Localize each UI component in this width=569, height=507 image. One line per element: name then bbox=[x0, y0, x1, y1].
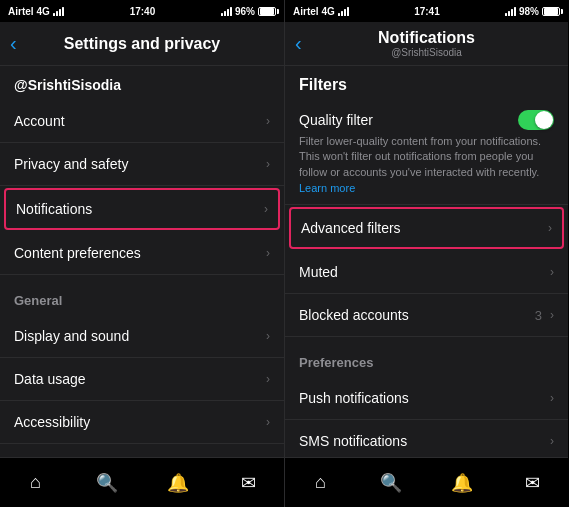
filters-title: Filters bbox=[299, 76, 347, 93]
status-left: Airtel 4G bbox=[8, 6, 64, 17]
battery-fill-right bbox=[544, 8, 558, 15]
tab-search-left[interactable]: 🔍 bbox=[95, 471, 119, 495]
menu-item-data[interactable]: Data usage › bbox=[0, 358, 284, 401]
menu-item-accessibility[interactable]: Accessibility › bbox=[0, 401, 284, 444]
time-left: 17:40 bbox=[130, 6, 156, 17]
preferences-title: Preferences bbox=[299, 355, 373, 370]
signal-bars-left bbox=[53, 7, 64, 16]
quality-filter-description: Filter lower-quality content from your n… bbox=[299, 134, 554, 180]
status-left-right: Airtel 4G bbox=[293, 6, 349, 17]
menu-item-muted[interactable]: Muted › bbox=[285, 251, 568, 294]
menu-label-account: Account bbox=[14, 113, 65, 129]
right-content: Filters Quality filter Filter lower-qual… bbox=[285, 66, 568, 457]
rbar3b bbox=[511, 9, 513, 16]
battery-fill-left bbox=[260, 8, 274, 15]
rbar1 bbox=[338, 13, 340, 16]
bar3 bbox=[59, 9, 61, 16]
nav-header-right: ‹ Notifications @SrishtiSisodia bbox=[285, 22, 568, 66]
tab-home-right[interactable]: ⌂ bbox=[308, 471, 332, 495]
nav-header-left: ‹ Settings and privacy bbox=[0, 22, 284, 66]
filters-label: Filters bbox=[285, 66, 568, 100]
page-subtitle-right: @SrishtiSisodia bbox=[391, 47, 462, 58]
menu-item-blocked[interactable]: Blocked accounts 3 › bbox=[285, 294, 568, 337]
menu-label-data: Data usage bbox=[14, 371, 86, 387]
time-right: 17:41 bbox=[414, 6, 440, 17]
learn-more-link[interactable]: Learn more bbox=[299, 182, 554, 194]
status-right-left: 96% bbox=[221, 6, 276, 17]
quality-filter-row: Quality filter Filter lower-quality cont… bbox=[285, 100, 568, 205]
battery-icon-right bbox=[542, 7, 560, 16]
tab-messages-right[interactable]: ✉ bbox=[521, 471, 545, 495]
chevron-muted: › bbox=[550, 265, 554, 279]
left-content: @SrishtiSisodia Account › Privacy and sa… bbox=[0, 66, 284, 457]
menu-label-sms: SMS notifications bbox=[299, 433, 407, 449]
quality-filter-toggle[interactable] bbox=[518, 110, 554, 130]
chevron-content: › bbox=[266, 246, 270, 260]
chevron-sms: › bbox=[550, 434, 554, 448]
blocked-badge: 3 bbox=[535, 308, 542, 323]
menu-item-push[interactable]: Push notifications › bbox=[285, 377, 568, 420]
left-panel: Airtel 4G 17:40 96% ‹ Settin bbox=[0, 0, 284, 507]
chevron-account: › bbox=[266, 114, 270, 128]
tab-bar-right: ⌂ 🔍 🔔 ✉ bbox=[285, 457, 568, 507]
carrier-right: Airtel bbox=[293, 6, 319, 17]
page-title-right: Notifications bbox=[378, 29, 475, 47]
bar3b bbox=[227, 9, 229, 16]
menu-label-advanced-filters: Advanced filters bbox=[301, 220, 401, 236]
bar1 bbox=[53, 13, 55, 16]
menu-label-accessibility: Accessibility bbox=[14, 414, 90, 430]
username-left: @SrishtiSisodia bbox=[14, 77, 121, 93]
status-bar-right: Airtel 4G 17:41 98% bbox=[285, 0, 568, 22]
rbar3 bbox=[344, 9, 346, 16]
menu-item-sms[interactable]: SMS notifications › bbox=[285, 420, 568, 457]
rbar4 bbox=[347, 7, 349, 16]
signal-bars-right bbox=[338, 7, 349, 16]
menu-item-privacy[interactable]: Privacy and safety › bbox=[0, 143, 284, 186]
network-left: 4G bbox=[37, 6, 50, 17]
menu-label-display: Display and sound bbox=[14, 328, 129, 344]
menu-label-blocked: Blocked accounts bbox=[299, 307, 409, 323]
menu-item-notifications[interactable]: Notifications › bbox=[4, 188, 280, 230]
status-right-right: 98% bbox=[505, 6, 560, 17]
tab-messages-left[interactable]: ✉ bbox=[237, 471, 261, 495]
rbar1b bbox=[505, 13, 507, 16]
tab-search-right[interactable]: 🔍 bbox=[379, 471, 403, 495]
chevron-data: › bbox=[266, 372, 270, 386]
tab-notifications-right[interactable]: 🔔 bbox=[450, 471, 474, 495]
chevron-accessibility: › bbox=[266, 415, 270, 429]
user-section: @SrishtiSisodia bbox=[0, 66, 284, 100]
menu-label-privacy: Privacy and safety bbox=[14, 156, 128, 172]
network-right: 4G bbox=[322, 6, 335, 17]
menu-item-account[interactable]: Account › bbox=[0, 100, 284, 143]
menu-item-about[interactable]: About Twitter › bbox=[0, 444, 284, 457]
bar2 bbox=[56, 11, 58, 16]
chevron-push: › bbox=[550, 391, 554, 405]
toggle-knob bbox=[535, 111, 553, 129]
tab-home-left[interactable]: ⌂ bbox=[24, 471, 48, 495]
bar4 bbox=[62, 7, 64, 16]
signal-bars-right2 bbox=[505, 7, 516, 16]
menu-item-advanced-filters[interactable]: Advanced filters › bbox=[289, 207, 564, 249]
battery-pct-left: 96% bbox=[235, 6, 255, 17]
chevron-advanced-filters: › bbox=[548, 221, 552, 235]
tab-bar-left: ⌂ 🔍 🔔 ✉ bbox=[0, 457, 284, 507]
rbar2b bbox=[508, 11, 510, 16]
battery-pct-right: 98% bbox=[519, 6, 539, 17]
preferences-section-header: Preferences bbox=[285, 337, 568, 377]
general-section-header: General bbox=[0, 275, 284, 315]
battery-icon-left bbox=[258, 7, 276, 16]
right-panel: Airtel 4G 17:41 98% ‹ bbox=[284, 0, 568, 507]
menu-label-notifications: Notifications bbox=[16, 201, 92, 217]
tab-notifications-left[interactable]: 🔔 bbox=[166, 471, 190, 495]
chevron-privacy: › bbox=[266, 157, 270, 171]
menu-item-display[interactable]: Display and sound › bbox=[0, 315, 284, 358]
bar4b bbox=[230, 7, 232, 16]
chevron-notifications: › bbox=[264, 202, 268, 216]
back-button-right[interactable]: ‹ bbox=[295, 32, 302, 55]
back-button-left[interactable]: ‹ bbox=[10, 32, 17, 55]
page-title-left: Settings and privacy bbox=[64, 35, 221, 53]
bar1b bbox=[221, 13, 223, 16]
chevron-display: › bbox=[266, 329, 270, 343]
menu-item-content[interactable]: Content preferences › bbox=[0, 232, 284, 275]
menu-label-push: Push notifications bbox=[299, 390, 409, 406]
